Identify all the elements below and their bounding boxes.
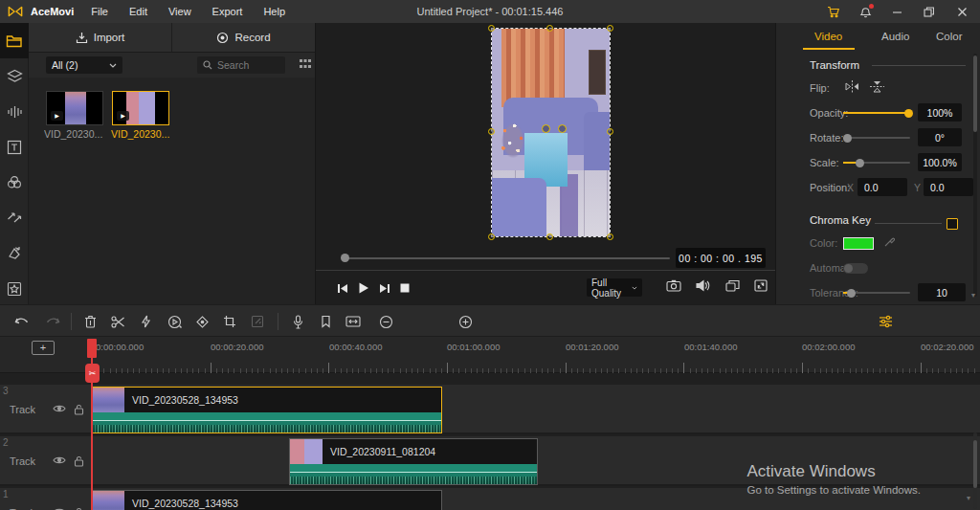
sidebar-behaviors-icon[interactable] xyxy=(0,235,29,271)
inspector-scrollbar[interactable] xyxy=(973,54,977,297)
sidebar-transitions-icon[interactable] xyxy=(0,200,29,235)
restore-window-icon[interactable] xyxy=(914,0,943,23)
eyedropper-icon[interactable] xyxy=(883,236,895,248)
sidebar-audio-waveform-icon[interactable] xyxy=(0,94,29,129)
media-clip-1-thumbnail[interactable]: ▶ xyxy=(46,91,103,125)
keyframe-icon[interactable] xyxy=(193,314,211,329)
chroma-key-checkbox[interactable] xyxy=(947,218,958,230)
search-input[interactable] xyxy=(217,59,278,71)
timeline-clip[interactable]: VID_20230528_134953 xyxy=(91,490,442,510)
timeline-settings-icon[interactable] xyxy=(877,314,894,329)
notification-dot xyxy=(869,4,874,9)
split-scissors-icon[interactable] xyxy=(109,314,126,329)
track-lock-icon[interactable] xyxy=(74,404,84,415)
preview-scrubber[interactable] xyxy=(343,257,670,259)
menu-help[interactable]: Help xyxy=(263,6,285,17)
quality-dropdown[interactable]: Full Quality xyxy=(587,278,642,297)
stop-button[interactable] xyxy=(400,283,410,293)
track-row-3: 3 Track VID_20230528_134953 xyxy=(0,385,980,434)
preview-video[interactable] xyxy=(492,29,610,236)
menu-export[interactable]: Export xyxy=(212,6,243,17)
audio-volume-icon[interactable] xyxy=(696,279,710,292)
playhead-handle[interactable] xyxy=(87,339,97,358)
dual-screen-icon[interactable] xyxy=(725,279,740,292)
next-frame-button[interactable] xyxy=(379,283,390,294)
scrubber-handle[interactable] xyxy=(341,254,349,262)
automatic-toggle[interactable] xyxy=(843,263,868,274)
play-badge-icon: ▶ xyxy=(51,111,63,121)
sidebar-text-icon[interactable] xyxy=(0,129,29,165)
menu-view[interactable]: View xyxy=(168,6,191,17)
clip-title: VID_20230528_134953 xyxy=(132,394,238,406)
tolerance-slider[interactable] xyxy=(843,292,910,294)
play-button[interactable] xyxy=(358,282,369,294)
flip-vertical-icon[interactable] xyxy=(870,80,884,93)
sidebar-media-folder-icon[interactable] xyxy=(0,23,29,58)
position-y-value[interactable]: 0.0 xyxy=(924,178,973,196)
position-x-value[interactable]: 0.0 xyxy=(858,178,907,196)
redo-icon[interactable] xyxy=(44,314,61,329)
freeze-frame-icon[interactable] xyxy=(345,314,362,329)
tolerance-value[interactable]: 10 xyxy=(918,283,966,301)
rotate-slider[interactable] xyxy=(843,137,910,139)
track-visibility-eye-icon[interactable] xyxy=(53,404,66,413)
opacity-slider[interactable] xyxy=(843,112,910,114)
undo-icon[interactable] xyxy=(12,314,30,329)
zoom-in-icon[interactable] xyxy=(457,314,474,329)
acemovi-logo-icon xyxy=(8,5,23,18)
scale-value[interactable]: 100.0% xyxy=(918,153,962,171)
sidebar-elements-layers-icon[interactable] xyxy=(0,58,29,94)
search-box[interactable] xyxy=(197,56,285,74)
timeline-scrollbar[interactable] xyxy=(973,432,977,509)
clip-2-preview-image xyxy=(126,92,155,124)
flip-horizontal-icon[interactable] xyxy=(845,80,859,93)
menu-edit[interactable]: Edit xyxy=(129,6,147,17)
track-label: Track xyxy=(10,404,35,415)
opacity-value[interactable]: 100% xyxy=(918,103,962,122)
crop-icon[interactable] xyxy=(221,314,238,329)
scroll-down-arrow-icon[interactable]: ▾ xyxy=(967,494,970,502)
delete-trash-icon[interactable] xyxy=(81,314,99,329)
playback-speed-icon[interactable] xyxy=(166,314,183,329)
track-lock-icon[interactable] xyxy=(74,455,84,467)
rotate-value[interactable]: 0° xyxy=(918,128,962,146)
fullscreen-icon[interactable] xyxy=(754,279,768,292)
media-filter-dropdown[interactable]: All (2) xyxy=(46,56,122,74)
ruler-label: 00:01:00.000 xyxy=(447,342,500,352)
tab-video[interactable]: Video xyxy=(814,31,842,42)
close-icon[interactable] xyxy=(947,0,976,23)
add-track-button[interactable]: + xyxy=(32,341,55,355)
timeline-clip-selected[interactable]: VID_20230528_134953 xyxy=(91,387,442,433)
notifications-bell-icon[interactable] xyxy=(851,0,880,23)
divider xyxy=(71,313,72,330)
timeline-clip[interactable]: VID_20230911_081204 xyxy=(289,438,538,485)
grid-view-icon[interactable] xyxy=(299,57,312,71)
scale-slider[interactable] xyxy=(843,162,910,164)
minimize-icon[interactable] xyxy=(882,0,911,23)
zoom-out-icon[interactable] xyxy=(377,314,394,329)
current-time-display: 00 : 00 : 00 . 195 xyxy=(676,248,766,268)
playhead-split-scissors-icon[interactable]: ✂ xyxy=(85,364,100,383)
previous-frame-button[interactable] xyxy=(337,283,348,294)
marker-icon[interactable] xyxy=(317,314,334,329)
import-button[interactable]: Import xyxy=(29,23,171,52)
tab-audio[interactable]: Audio xyxy=(881,31,909,42)
tab-color[interactable]: Color xyxy=(936,31,962,42)
timeline-ruler[interactable] xyxy=(92,358,980,373)
track-visibility-eye-icon[interactable] xyxy=(53,455,66,465)
scroll-down-arrow-icon[interactable]: ▾ xyxy=(971,291,975,299)
record-button[interactable]: Record xyxy=(172,23,315,52)
clip-title: VID_20230528_134953 xyxy=(132,498,238,509)
sidebar-effects-star-icon[interactable] xyxy=(0,271,29,306)
menu-file[interactable]: File xyxy=(91,6,108,17)
chroma-color-label: Color: xyxy=(810,237,837,249)
sidebar-filters-icon[interactable] xyxy=(0,165,29,200)
voiceover-mic-icon[interactable] xyxy=(289,314,306,329)
speed-lightning-icon[interactable] xyxy=(137,314,154,329)
sidebar xyxy=(0,23,29,304)
store-cart-icon[interactable] xyxy=(819,0,848,23)
snapshot-camera-icon[interactable] xyxy=(666,279,681,292)
edit-icon[interactable] xyxy=(249,314,266,329)
media-clip-2-thumbnail-selected[interactable]: ▶ xyxy=(112,91,169,125)
chroma-color-swatch[interactable] xyxy=(843,237,874,250)
